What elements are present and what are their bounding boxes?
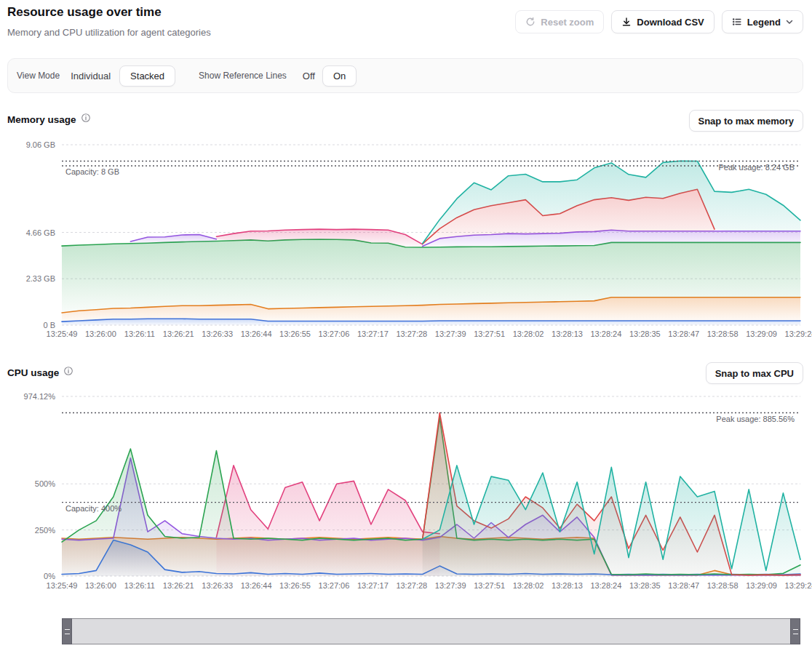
y-axis-label: 9.06 GB [26,140,55,149]
view-mode-label: View Mode [17,71,60,81]
x-axis-label: 13:26:33 [202,330,233,338]
x-axis-label: 13:29:09 [746,330,777,338]
x-axis-label: 13:26:21 [163,581,194,590]
resource-usage-page: Resource usage over time Memory and CPU … [0,0,812,659]
x-axis-label: 13:27:51 [474,330,505,338]
x-axis-label: 13:28:35 [629,581,661,590]
view-mode-individual[interactable]: Individual [71,71,111,81]
reference-label: Peak usage: 8.24 GB [718,163,795,172]
memory-usage-title: Memory usage [7,114,76,125]
x-axis-label: 13:26:55 [279,581,311,590]
x-axis-label: 13:28:35 [629,330,661,338]
memory-section-header: Memory usage [7,113,91,126]
x-axis-label: 13:27:39 [435,581,466,590]
y-axis-label: 0 B [43,321,55,330]
cpu-usage-title: CPU usage [7,367,59,378]
reference-label: Capacity: 8 GB [65,167,119,176]
x-axis-label: 13:28:13 [552,581,583,590]
x-axis-label: 13:25:49 [47,581,78,590]
x-axis-label: 13:28:24 [590,330,621,338]
x-axis-label: 13:27:06 [319,330,350,338]
brush-right-handle[interactable] [790,618,800,644]
x-axis-label: 13:28:58 [707,581,739,590]
x-axis-label: 13:28:13 [552,330,583,338]
x-axis-label: 13:28:47 [668,330,699,338]
x-axis-label: 13:26:11 [124,330,155,338]
legend-list-icon [732,17,742,27]
brush-grip-icon [793,629,798,634]
chevron-down-icon [786,20,793,25]
y-axis-label: 4.66 GB [26,228,55,237]
memory-chart[interactable]: 9.06 GB4.66 GB2.33 GB0 B13:25:4913:26:00… [0,132,812,345]
snap-to-max-memory-button[interactable]: Snap to max memory [689,110,804,132]
x-axis-label: 13:28:58 [707,330,739,338]
x-axis-label: 13:27:17 [357,581,389,590]
x-axis-label: 13:27:06 [319,581,350,590]
toolbar: Reset zoom Download CSV Legend [515,10,803,33]
download-icon [621,17,632,27]
view-mode-stacked[interactable]: Stacked [119,65,175,87]
refresh-icon [525,17,536,27]
x-axis-label: 13:29:09 [746,581,777,590]
x-axis-label: 13:26:00 [85,581,116,590]
x-axis-label: 13:27:28 [396,330,427,338]
reference-label: Peak usage: 885.56% [716,415,795,423]
page-subtitle: Memory and CPU utilization for agent cat… [7,27,211,38]
x-axis-label: 13:26:11 [124,581,155,590]
x-axis-label: 13:26:55 [279,330,311,338]
reset-zoom-label: Reset zoom [541,17,594,28]
x-axis-label: 13:26:00 [85,330,116,338]
y-axis-label: 0% [44,572,55,580]
brush-grip-icon [65,629,70,634]
x-axis-label: 13:25:49 [47,330,78,338]
reference-lines-label: Show Reference Lines [199,71,287,81]
reset-zoom-button[interactable]: Reset zoom [515,10,604,33]
reference-on[interactable]: On [322,65,357,87]
x-axis-label: 13:26:44 [241,581,272,590]
legend-label: Legend [747,17,781,28]
x-axis-label: 13:27:39 [435,330,466,338]
x-axis-label: 13:28:24 [590,581,621,590]
info-icon[interactable] [81,113,91,126]
reference-label: Capacity: 400% [65,504,122,513]
y-axis-label: 974.12% [24,392,56,401]
y-axis-label: 2.33 GB [26,274,55,283]
page-title: Resource usage over time [7,5,162,20]
time-range-brush[interactable] [62,618,800,644]
x-axis-label: 13:26:33 [202,581,233,590]
cpu-section-header: CPU usage [7,366,73,379]
snap-to-max-cpu-button[interactable]: Snap to max CPU [706,362,803,384]
cpu-chart[interactable]: 974.12%500%250%0%13:25:4913:26:0013:26:1… [0,389,812,602]
x-axis-label: 13:29:24 [785,330,812,338]
x-axis-label: 13:27:28 [396,581,427,590]
x-axis-label: 13:29:24 [785,581,812,590]
controls-bar: View Mode Individual Stacked Show Refere… [7,58,803,93]
x-axis-label: 13:28:02 [513,330,544,338]
x-axis-label: 13:27:51 [474,581,505,590]
y-axis-label: 250% [35,526,55,535]
download-csv-button[interactable]: Download CSV [611,10,714,33]
x-axis-label: 13:28:47 [668,581,699,590]
y-axis-label: 500% [35,479,55,488]
x-axis-label: 13:26:44 [241,330,272,338]
x-axis-label: 13:26:21 [163,330,194,338]
x-axis-label: 13:28:02 [513,581,544,590]
reference-off[interactable]: Off [303,71,315,81]
info-icon[interactable] [63,366,73,379]
x-axis-label: 13:27:17 [357,330,389,338]
brush-left-handle[interactable] [62,618,72,644]
legend-button[interactable]: Legend [722,10,803,33]
cpu-area-teal [423,466,800,576]
download-csv-label: Download CSV [637,17,704,28]
